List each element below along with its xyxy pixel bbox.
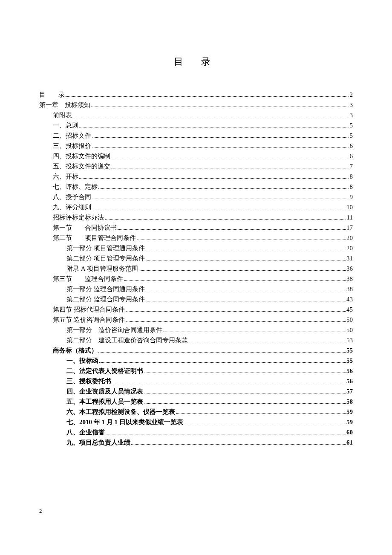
toc-entry-label: 第四节 招标代理合同条件: [53, 304, 125, 315]
toc-entry-label: 前附表: [53, 110, 72, 120]
toc-leader-dots: [91, 107, 349, 107]
toc-entry-label: 第一节 合同协议书: [53, 223, 117, 233]
toc-entry-page: 8: [350, 182, 353, 192]
toc-entry-label: 九、项目总负责人业绩: [66, 437, 130, 448]
toc-entry-label: 一、总则: [53, 120, 78, 130]
toc-entry-page: 59: [346, 417, 353, 427]
toc-entry-page: 3: [350, 110, 353, 120]
toc-entry-page: 60: [346, 427, 353, 437]
toc-leader-dots: [111, 168, 349, 168]
toc-entry-page: 6: [350, 141, 353, 151]
toc-entry-page: 6: [350, 151, 353, 161]
toc-entry-label: 三、投标报价: [53, 141, 91, 151]
toc-entry-page: 59: [346, 407, 353, 417]
toc-entry-label: 二、法定代表人资格证明书: [66, 366, 143, 376]
toc-leader-dots: [146, 250, 346, 250]
toc-entry-page: 20: [346, 243, 353, 253]
toc-entry-page: 3: [350, 100, 353, 110]
toc-leader-dots: [66, 96, 349, 97]
toc-entry: 商务标（格式）55: [39, 345, 353, 356]
toc-entry-page: 50: [346, 325, 353, 335]
toc-entry-page: 36: [346, 263, 353, 274]
toc-leader-dots: [139, 270, 346, 271]
toc-entry: 九、项目总负责人业绩61: [39, 437, 353, 448]
toc-entry: 五、本工程拟用人员一览表 58: [39, 396, 353, 407]
toc-entry: 招标评标定标办法11: [39, 212, 353, 223]
toc-entry-label: 第二部分 建设工程造价咨询合同专用条款: [66, 335, 188, 345]
toc-entry-page: 55: [346, 345, 353, 356]
toc-leader-dots: [111, 158, 349, 158]
toc-entry: 三、授权委托书56: [39, 376, 353, 386]
toc-entry: 六、本工程拟用检测设备、仪器一览表59: [39, 407, 353, 417]
toc-entry-page: 5: [350, 130, 353, 141]
toc-leader-dots: [112, 383, 346, 383]
toc-entry: 第一章 投标须知3: [39, 100, 353, 110]
toc-entry: 四、投标文件的编制6: [39, 151, 353, 161]
toc-entry-label: 第三节 监理合同条件: [53, 274, 123, 284]
toc-entry: 附录 A 项目管理服务范围36: [39, 263, 353, 274]
toc-entry-label: 第二部分 项目管理专用条件: [66, 253, 145, 263]
toc-leader-dots: [92, 209, 346, 209]
toc-leader-dots: [163, 332, 346, 332]
toc-entry-page: 17: [346, 223, 353, 233]
toc-entry: 七、2010 年 1 月 1 日以来类似业绩一览表 59: [39, 417, 353, 427]
toc-leader-dots: [126, 311, 346, 312]
toc-leader-dots: [184, 424, 346, 424]
toc-leader-dots: [146, 291, 346, 291]
toc-entry-label: 二、招标文件: [53, 130, 91, 141]
toc-entry: 第二部分 建设工程造价咨询合同专用条款 53: [39, 335, 353, 345]
toc-entry-page: 31: [346, 253, 353, 263]
toc-leader-dots: [98, 188, 349, 189]
toc-entry-label: 七、2010 年 1 月 1 日以来类似业绩一览表: [66, 417, 183, 427]
toc-entry-page: 53: [346, 335, 353, 345]
toc-leader-dots: [131, 444, 346, 445]
toc-entry: 第五节 造价咨询合同条件50: [39, 315, 353, 325]
toc-entry-label: 八、企业信誉: [66, 427, 105, 437]
toc-entry: 第一部分 项目管理通用条件20: [39, 243, 353, 253]
toc-entry-page: 9: [350, 192, 353, 202]
toc-entry-label: 七、评标、定标: [53, 182, 98, 192]
document-page: 目 录 目 录2第一章 投标须知3前附表3一、总则5二、招标文件5三、投标报价6…: [0, 0, 392, 448]
toc-entry: 第二节 项目管理合同条件20: [39, 233, 353, 243]
toc-entry-label: 第二节 项目管理合同条件: [53, 233, 136, 243]
toc-entry-label: 附录 A 项目管理服务范围: [66, 263, 138, 274]
toc-entry-page: 10: [346, 202, 353, 212]
toc-entry: 四、企业资质及人员情况表 57: [39, 386, 353, 396]
toc-entry: 第二部分 项目管理专用条件31: [39, 253, 353, 263]
toc-entry-page: 5: [350, 120, 353, 130]
toc-entry-label: 第一部分 项目管理通用条件: [66, 243, 145, 253]
toc-entry: 六、开标8: [39, 171, 353, 182]
toc-entry-label: 第一部分 造价咨询合同通用条件: [66, 325, 162, 335]
toc-entry: 三、投标报价6: [39, 141, 353, 151]
toc-entry-page: 58: [346, 396, 353, 407]
toc-leader-dots: [144, 373, 346, 373]
toc-entry-label: 目 录: [39, 90, 65, 100]
toc-entry: 七、评标、定标8: [39, 182, 353, 192]
toc-entry-page: 45: [346, 304, 353, 315]
page-title: 目 录: [39, 55, 353, 68]
toc-entry: 九、评分细则10: [39, 202, 353, 212]
toc-entry: 第三节 监理合同条件38: [39, 274, 353, 284]
toc-entry-label: 五、本工程拟用人员一览表: [66, 396, 143, 407]
toc-leader-dots: [146, 301, 346, 301]
toc-entry: 一、投标函55: [39, 356, 353, 366]
toc-entry-page: 8: [350, 171, 353, 182]
toc-leader-dots: [189, 342, 346, 342]
toc-entry: 第一节 合同协议书17: [39, 223, 353, 233]
toc-entry-page: 50: [346, 315, 353, 325]
toc-entry-label: 三、授权委托书: [66, 376, 111, 386]
toc-entry-label: 第二部分 监理合同专用条件: [66, 294, 145, 304]
toc-leader-dots: [144, 403, 346, 404]
toc-leader-dots: [144, 393, 346, 393]
toc-entry-page: 20: [346, 233, 353, 243]
toc-entry-page: 43: [346, 294, 353, 304]
toc-entry: 二、法定代表人资格证明书 56: [39, 366, 353, 376]
toc-leader-dots: [118, 229, 346, 230]
toc-entry-label: 六、开标: [53, 171, 78, 182]
toc-entry: 一、总则5: [39, 120, 353, 130]
toc-entry-label: 商务标（格式）: [53, 345, 98, 356]
toc-entry: 八、授予合同9: [39, 192, 353, 202]
toc-leader-dots: [137, 240, 346, 240]
toc-entry: 第二部分 监理合同专用条件43: [39, 294, 353, 304]
toc-entry-label: 八、授予合同: [53, 192, 91, 202]
